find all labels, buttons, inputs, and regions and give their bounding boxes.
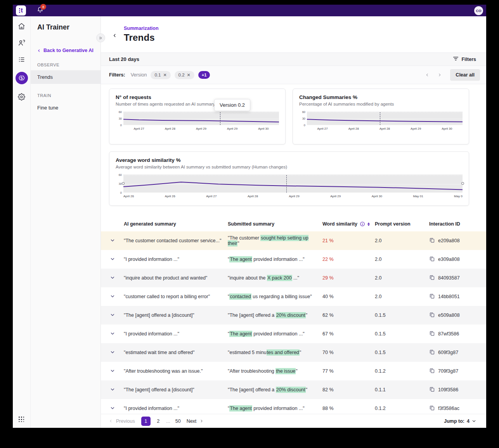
diff-highlight: The agent <box>229 331 252 337</box>
x-axis-labels: April 26April 26April 27April 28April 29… <box>123 194 463 198</box>
expand-row-button[interactable] <box>101 331 124 337</box>
copy-icon[interactable] <box>429 368 435 375</box>
copy-icon[interactable] <box>429 274 435 281</box>
col-submitted-summary[interactable]: Submitted summary <box>228 221 322 227</box>
active-filters-bar: Filters: Version 0.1✕0.2✕ +1 Clear all <box>101 66 486 84</box>
submitted-summary-cell: "The agent provided information ..." <box>228 257 322 262</box>
notifications-button[interactable]: 8 <box>37 6 43 15</box>
table-row: "I provided information ...""The agent p… <box>101 250 486 269</box>
chart-subtitle: Average word similarity between AI summa… <box>116 165 463 169</box>
expand-row-button[interactable] <box>101 368 124 374</box>
copy-icon[interactable] <box>429 237 435 244</box>
page-button-2[interactable]: 2 <box>154 417 163 426</box>
submitted-summary-cell: "contacted us regarding a billing issue" <box>228 294 322 299</box>
submitted-summary-cell: "The agent provided information ..." <box>228 331 322 337</box>
interaction-id-value: 87wf3586 <box>438 331 459 337</box>
interaction-id-value: f3f3586ac <box>438 406 459 411</box>
filter-chip[interactable]: 0.1✕ <box>151 71 170 79</box>
sort-icon[interactable] <box>367 222 370 226</box>
expand-row-button[interactable] <box>101 406 124 412</box>
clear-all-button[interactable]: Clear all <box>450 69 480 81</box>
home-icon[interactable] <box>17 22 26 30</box>
trend-line <box>307 112 463 125</box>
app-logo[interactable]: t <box>16 5 26 16</box>
interaction-id-cell: 609f3g87 <box>429 349 486 356</box>
next-page-button[interactable]: Next <box>187 418 204 424</box>
interaction-id-cell: 84093587 <box>429 274 486 281</box>
chart-plot-area[interactable] <box>307 112 463 125</box>
copy-icon[interactable] <box>429 330 435 337</box>
chart-title: N° of requests <box>116 94 279 100</box>
copy-icon[interactable] <box>429 349 435 356</box>
expand-row-button[interactable] <box>101 387 124 393</box>
expand-row-button[interactable] <box>101 257 124 262</box>
filters-next-icon[interactable] <box>435 72 444 78</box>
copy-icon[interactable] <box>429 405 435 412</box>
copy-icon[interactable] <box>429 293 435 300</box>
expand-row-button[interactable] <box>101 313 124 318</box>
close-icon[interactable]: ✕ <box>187 73 191 78</box>
range-handle[interactable] <box>122 182 125 185</box>
more-filters-badge[interactable]: +1 <box>198 71 210 79</box>
copy-icon[interactable] <box>429 256 435 263</box>
prompt-version-cell: 0.1.5 <box>375 350 429 355</box>
chevron-down-icon <box>110 331 115 337</box>
diff-highlight: 20% discount <box>276 387 306 393</box>
collapse-panel-button[interactable] <box>96 33 105 42</box>
trend-line <box>123 175 463 193</box>
prompt-version-cell: 2.0 <box>375 238 429 243</box>
user-avatar[interactable]: CO <box>474 6 483 15</box>
word-similarity-cell: 22 % <box>322 257 375 262</box>
word-similarity-cell: 67 % <box>322 331 375 337</box>
settings-gear-icon[interactable] <box>17 92 26 101</box>
expand-row-button[interactable] <box>101 350 124 356</box>
expand-row-button[interactable] <box>101 294 124 300</box>
chevron-left-icon <box>37 49 41 52</box>
sidebar-item-fine-tune[interactable]: Fine tune <box>31 101 100 115</box>
col-prompt-version[interactable]: Prompt version <box>375 221 429 227</box>
checklist-icon[interactable] <box>17 55 26 64</box>
chart-plot-area[interactable] <box>123 175 463 193</box>
range-handle[interactable] <box>461 182 464 185</box>
diff-highlight: The agent <box>229 256 252 262</box>
filters-prev-icon[interactable] <box>423 72 431 78</box>
copy-icon[interactable] <box>429 312 435 319</box>
col-word-similarity[interactable]: Word similarity <box>322 221 375 227</box>
interaction-id-cell: e509a808 <box>429 312 486 319</box>
info-icon[interactable] <box>360 221 365 227</box>
pagination-ellipsis: … <box>166 419 170 424</box>
apps-grid-icon[interactable] <box>19 417 24 422</box>
back-to-generative-ai-link[interactable]: Back to Generative AI <box>31 48 100 53</box>
jump-to-control[interactable]: Jump to: 4 <box>444 418 476 424</box>
expand-row-button[interactable] <box>101 275 124 281</box>
col-interaction-id[interactable]: Interaction ID <box>429 221 486 227</box>
previous-page-button[interactable]: Previous <box>109 418 135 424</box>
page-button-1[interactable]: 1 <box>141 417 151 426</box>
prompt-version-cell: 2.0 <box>375 294 429 299</box>
section-label: TRAIN <box>31 93 100 98</box>
word-similarity-cell: 29 % <box>322 275 375 281</box>
ai-trainer-icon[interactable] <box>16 72 28 84</box>
chart-subtitle: Number of times agents requested an AI s… <box>116 102 279 106</box>
chevron-down-icon <box>110 368 115 374</box>
chevron-down-icon <box>110 406 115 412</box>
filter-chip[interactable]: 0.2✕ <box>175 71 194 79</box>
chip-value: 0.1 <box>154 73 161 77</box>
page-button-50[interactable]: 50 <box>173 417 183 426</box>
sidebar-item-trends[interactable]: Trends <box>31 70 100 84</box>
table-row: "I provided information ...""The agent p… <box>101 325 486 343</box>
prompt-version-cell: 0.1.2 <box>375 406 429 411</box>
pagination-bar: Previous 12…50 Next Jump to: 4 <box>101 414 486 428</box>
back-chevron-icon[interactable] <box>113 33 117 38</box>
filters-button[interactable]: Filters <box>453 56 476 62</box>
copy-icon[interactable] <box>429 386 435 393</box>
word-similarity-cell: 21 % <box>322 238 375 243</box>
chart-plot-area[interactable] <box>123 112 279 125</box>
expand-row-button[interactable] <box>101 238 124 244</box>
col-ai-generated-summary[interactable]: AI generated summary <box>124 221 228 227</box>
close-icon[interactable]: ✕ <box>163 73 166 78</box>
support-icon[interactable] <box>17 38 26 47</box>
interaction-id-value: e209a808 <box>438 238 460 243</box>
prompt-version-cell: 0.1.5 <box>375 313 429 318</box>
chevron-down-icon <box>110 294 115 300</box>
